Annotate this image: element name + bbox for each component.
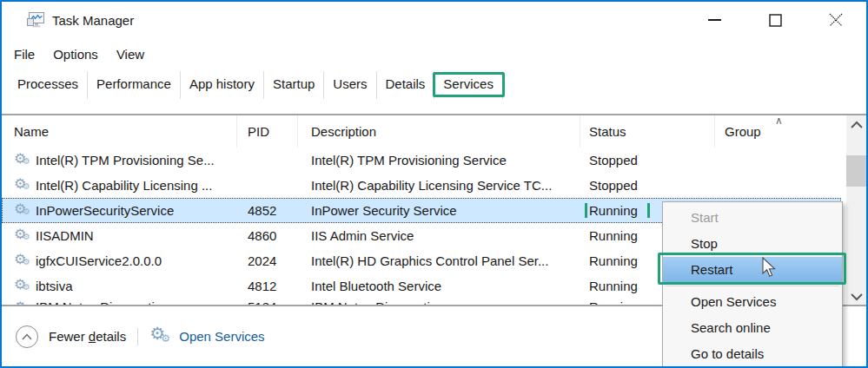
task-manager-window: Task Manager FileOptionsView Processes P… [0, 0, 868, 368]
scrollbar-thumb[interactable] [846, 155, 867, 187]
context-menu-item-open-services[interactable]: Open Services [663, 289, 842, 315]
service-description: Intel(R) TPM Provisioning Service [297, 153, 580, 168]
tab-users[interactable]: Users [324, 71, 376, 99]
service-pid: 2024 [236, 253, 297, 268]
column-header-pid[interactable]: PID [236, 124, 297, 139]
service-gear-icon: ⚙⚙ [14, 253, 31, 270]
status-bar-divider [137, 328, 138, 345]
service-name: ibtsiva [36, 279, 73, 293]
service-name: igfxCUIService2.0.0.0 [36, 253, 162, 268]
service-gear-icon: ⚙⚙ [14, 202, 31, 220]
menu-bar: FileOptionsView [2, 38, 866, 69]
open-services-gear-icon: ⚙⚙ [149, 326, 172, 347]
tab-label: Users [333, 76, 367, 91]
context-menu-item-restart[interactable]: Restart [663, 257, 842, 283]
tab-label: Details [386, 76, 426, 91]
context-menu-separator [666, 286, 839, 286]
service-name-cell: ⚙⚙ Intel(R) TPM Provisioning Se... [14, 148, 236, 173]
service-pid: 4860 [236, 228, 297, 243]
service-description: IIS Admin Service [297, 228, 580, 243]
tab-label: App history [189, 76, 255, 91]
service-description: Intel(R) Capability Licensing Service TC… [297, 178, 580, 193]
scroll-down-button[interactable] [846, 288, 867, 306]
maximize-button[interactable] [745, 2, 805, 38]
menu-options[interactable]: Options [53, 47, 98, 62]
service-name-cell: ⚙⚙ Intel(R) Capability Licensing ... [14, 173, 236, 198]
context-menu-item-label: Stop [691, 236, 718, 251]
maximize-icon [769, 14, 782, 27]
service-name: Intel(R) TPM Provisioning Se... [36, 153, 215, 168]
service-status-cell: Stopped [580, 178, 714, 193]
table-header-row: NamePIDDescriptionStatusGroup [2, 115, 841, 148]
service-name: Intel(R) Capability Licensing ... [36, 178, 212, 193]
minimize-button[interactable] [684, 2, 745, 38]
service-description: InPower Security Service [297, 203, 580, 218]
open-services-link[interactable]: Open Services [179, 329, 264, 344]
service-description: Intel(R) HD Graphics Control Panel Ser..… [297, 253, 580, 268]
vertical-scrollbar[interactable] [846, 115, 867, 306]
annotation-box-menu-item [658, 253, 846, 285]
tab-details[interactable]: Details [377, 71, 435, 99]
context-menu-item-label: Start [691, 210, 719, 225]
service-status-cell: Stopped [580, 153, 714, 168]
service-status: Running [589, 203, 638, 218]
tab-label: Performance [96, 76, 171, 91]
chevron-up-icon [851, 121, 863, 128]
service-pid: 4852 [236, 203, 297, 218]
scroll-up-button[interactable] [846, 115, 867, 133]
minimize-icon [708, 19, 721, 21]
title-bar: Task Manager [2, 2, 866, 38]
service-status: Running [589, 228, 638, 243]
fewer-details-label[interactable]: Fewer details [49, 329, 126, 344]
task-manager-icon [26, 11, 45, 29]
tab-label: Services [443, 76, 494, 91]
tab-startup[interactable]: Startup [264, 71, 324, 99]
service-status: Running [589, 253, 638, 268]
tab-label: Processes [17, 76, 78, 91]
context-menu-item-stop[interactable]: Stop [663, 231, 842, 257]
close-icon [829, 13, 843, 27]
service-pid: 4812 [236, 279, 297, 293]
service-gear-icon: ⚙⚙ [14, 152, 31, 169]
menu-view[interactable]: View [116, 47, 144, 62]
tab-strip: Processes Performance App history Startu… [2, 71, 866, 99]
window-controls [684, 2, 866, 38]
service-description: Intel Bluetooth Service [297, 279, 580, 293]
column-header-name[interactable]: Name [14, 124, 236, 139]
context-menu-item-go-to-details[interactable]: Go to details [663, 341, 842, 367]
service-row-intel-r-capability-licensing[interactable]: ⚙⚙ Intel(R) Capability Licensing ... Int… [2, 173, 841, 198]
tab-app-history[interactable]: App history [181, 71, 264, 99]
context-menu: Start Stop Restart Open Services Search … [662, 201, 843, 368]
context-menu-item-label: Restart [691, 262, 732, 277]
context-menu-item-search-online[interactable]: Search online [663, 315, 842, 341]
chevron-up-circle-icon [22, 333, 32, 340]
tab-services[interactable]: Services [434, 71, 503, 99]
service-name: InPowerSecurityService [36, 203, 174, 218]
column-header-status[interactable]: Status [580, 124, 714, 139]
sort-ascending-icon: ∧ [775, 115, 783, 127]
close-button[interactable] [805, 2, 866, 38]
tab-processes[interactable]: Processes [9, 71, 88, 99]
context-menu-item-label: Search online [691, 320, 771, 335]
window-title: Task Manager [52, 13, 134, 28]
service-name-cell: ⚙⚙ igfxCUIService2.0.0.0 [14, 248, 236, 273]
service-status: Stopped [589, 153, 638, 168]
context-menu-item-label: Go to details [691, 346, 764, 361]
service-name-cell: ⚙⚙ IISADMIN [14, 223, 236, 248]
column-header-description[interactable]: Description [297, 124, 580, 139]
service-gear-icon: ⚙⚙ [14, 278, 31, 295]
service-name: IISADMIN [36, 228, 94, 243]
fewer-details-toggle[interactable] [16, 325, 38, 348]
chevron-down-icon [851, 293, 863, 301]
tab-performance[interactable]: Performance [88, 71, 181, 99]
service-name-cell: ⚙⚙ ibtsiva [14, 273, 236, 299]
service-status: Running [589, 279, 638, 293]
service-status: Stopped [589, 178, 638, 193]
menu-file[interactable]: File [14, 47, 35, 62]
service-gear-icon: ⚙⚙ [14, 177, 31, 194]
tab-label: Startup [273, 76, 315, 91]
service-row-intel-r-tpm-provisioning-se[interactable]: ⚙⚙ Intel(R) TPM Provisioning Se... Intel… [2, 148, 841, 173]
service-name-cell: ⚙⚙ InPowerSecurityService [14, 198, 236, 223]
service-gear-icon: ⚙⚙ [14, 227, 31, 245]
context-menu-item-start[interactable]: Start [663, 205, 842, 231]
